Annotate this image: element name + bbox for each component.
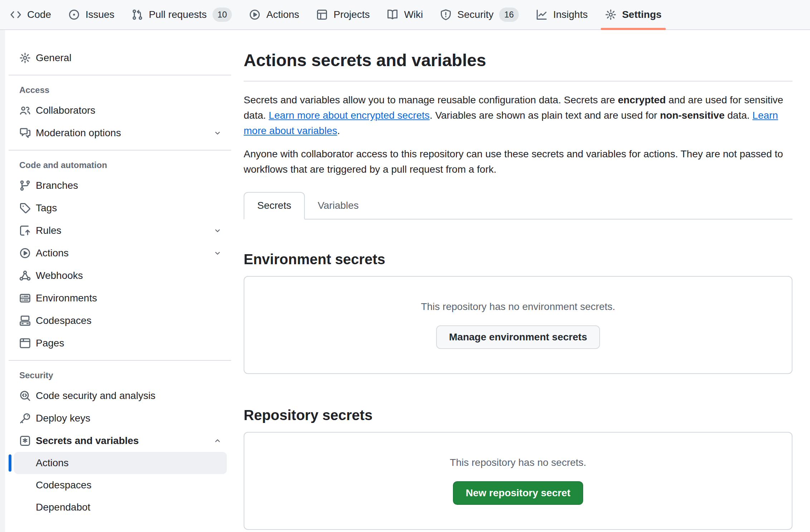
sidebar-item-actions[interactable]: Actions <box>9 242 231 264</box>
sidebar-subitem-codespaces[interactable]: Codespaces <box>9 474 231 496</box>
sidebar-item-codespaces[interactable]: Codespaces <box>9 309 231 332</box>
repo-nav: CodeIssuesPull requests10ActionsProjects… <box>0 0 810 30</box>
sidebar-section-header: Security <box>9 366 231 384</box>
nav-tab-label: Issues <box>86 9 114 20</box>
sidebar-item-moderation-options[interactable]: Moderation options <box>9 122 231 144</box>
tab-secrets[interactable]: Secrets <box>244 192 305 220</box>
rule-icon <box>19 225 31 236</box>
sidebar-item-pages[interactable]: Pages <box>9 332 231 354</box>
section-heading-repository-secrets: Repository secrets <box>244 406 792 424</box>
empty-state-text: This repository has no environment secre… <box>421 301 615 312</box>
server-icon <box>19 292 31 304</box>
nav-tab-projects[interactable]: Projects <box>308 0 378 29</box>
nav-tab-label: Actions <box>266 9 299 20</box>
manage-environment-secrets-button[interactable]: Manage environment secrets <box>436 325 600 349</box>
new-repository-secret-button[interactable]: New repository secret <box>453 481 584 505</box>
sidebar-item-branches[interactable]: Branches <box>9 174 231 197</box>
sidebar-item-deploy-keys[interactable]: Deploy keys <box>9 407 231 429</box>
browser-icon <box>19 338 31 349</box>
key-asterisk-icon <box>19 435 31 447</box>
sidebar-item-label: Collaborators <box>36 105 222 116</box>
nav-tab-settings[interactable]: Settings <box>596 0 670 29</box>
sidebar-item-label: Actions <box>36 247 208 259</box>
sidebar-subitem-dependabot[interactable]: Dependabot <box>9 496 231 518</box>
sidebar-section-header: Code and automation <box>9 156 231 174</box>
nav-tab-wiki[interactable]: Wiki <box>378 0 431 29</box>
emphasis-text: encrypted <box>618 94 666 105</box>
note-text: Anyone with collaborator access to this … <box>244 146 792 177</box>
counter-badge: 16 <box>499 8 519 22</box>
nav-tab-label: Security <box>457 9 493 20</box>
active-indicator <box>9 454 11 472</box>
git-pull-request-icon <box>132 9 143 20</box>
sidebar-item-label: Tags <box>36 202 222 214</box>
empty-state-text: This repository has no secrets. <box>450 457 586 468</box>
sidebar-item-general[interactable]: General <box>9 46 231 69</box>
nav-tab-label: Code <box>27 9 51 20</box>
nav-tab-label: Wiki <box>404 9 423 20</box>
section-heading-environment-secrets: Environment secrets <box>244 250 792 268</box>
sidebar-item-label: General <box>36 52 222 64</box>
sidebar-item-webhooks[interactable]: Webhooks <box>9 264 231 287</box>
sidebar-item-label: Rules <box>36 225 208 236</box>
divider <box>9 360 231 361</box>
nav-tab-code[interactable]: Code <box>1 0 60 29</box>
shield-icon <box>440 9 452 20</box>
divider <box>9 150 231 151</box>
repository-secrets-empty-box: This repository has no secrets.New repos… <box>244 432 792 530</box>
sidebar-item-label: Pages <box>36 338 222 349</box>
sidebar-item-environments[interactable]: Environments <box>9 287 231 309</box>
book-icon <box>387 9 398 20</box>
git-branch-icon <box>19 180 31 191</box>
sidebar-item-tags[interactable]: Tags <box>9 197 231 219</box>
learn-more-link[interactable]: Learn more about encrypted secrets <box>269 110 430 121</box>
chevron-up-icon <box>213 437 222 445</box>
divider <box>9 75 231 75</box>
sidebar-item-label: Codespaces <box>36 315 222 326</box>
sidebar-item-collaborators[interactable]: Collaborators <box>9 99 231 122</box>
sidebar-item-rules[interactable]: Rules <box>9 219 231 242</box>
sidebar-subitem-actions[interactable]: Actions <box>9 452 231 474</box>
sidebar-subitem-label: Actions <box>36 457 69 469</box>
counter-badge: 10 <box>213 8 232 22</box>
table-icon <box>316 9 328 20</box>
sidebar-item-label: Environments <box>36 292 222 304</box>
settings-sidebar: GeneralAccessCollaboratorsModeration opt… <box>0 30 231 532</box>
main-panel: Actions secrets and variables Secrets an… <box>231 30 810 532</box>
sidebar-item-label: Deploy keys <box>36 413 222 424</box>
secrets-sections: Environment secretsThis repository has n… <box>244 250 792 530</box>
nav-tab-actions[interactable]: Actions <box>240 0 308 29</box>
code-icon <box>10 9 21 20</box>
sidebar-item-code-security-and-analysis[interactable]: Code security and analysis <box>9 384 231 407</box>
nav-tab-issues[interactable]: Issues <box>60 0 123 29</box>
people-icon <box>19 105 31 116</box>
chevron-down-icon <box>213 226 222 235</box>
sidebar-item-label: Branches <box>36 180 222 191</box>
nav-tab-insights[interactable]: Insights <box>527 0 596 29</box>
nav-tab-label: Projects <box>333 9 370 20</box>
chevron-down-icon <box>213 249 222 257</box>
play-icon <box>19 247 31 259</box>
intro-text: Secrets and variables allow you to manag… <box>244 92 792 138</box>
sidebar-item-secrets-and-variables[interactable]: Secrets and variables <box>9 429 231 452</box>
nav-tab-pull-requests[interactable]: Pull requests10 <box>123 0 241 29</box>
tab-label: Secrets <box>257 200 291 211</box>
codespaces-icon <box>19 315 31 326</box>
nav-tab-label: Settings <box>622 9 662 20</box>
play-icon <box>249 9 260 20</box>
sidebar-item-label: Code security and analysis <box>36 390 222 402</box>
key-icon <box>19 413 31 424</box>
tab-variables[interactable]: Variables <box>305 192 372 220</box>
nav-tab-security[interactable]: Security16 <box>431 0 527 29</box>
gear-icon <box>19 52 31 64</box>
issue-opened-icon <box>68 9 80 20</box>
sidebar-section-header: Access <box>9 81 231 99</box>
nav-tab-label: Pull requests <box>149 9 207 20</box>
webhook-icon <box>19 270 31 281</box>
tab-label: Variables <box>318 200 359 211</box>
gear-icon <box>605 9 616 20</box>
sidebar-item-label: Webhooks <box>36 270 222 281</box>
sidebar-subitem-label: Dependabot <box>36 502 91 513</box>
sidebar-item-label: Secrets and variables <box>36 435 208 447</box>
secrets-variables-tabnav: SecretsVariables <box>244 192 792 220</box>
